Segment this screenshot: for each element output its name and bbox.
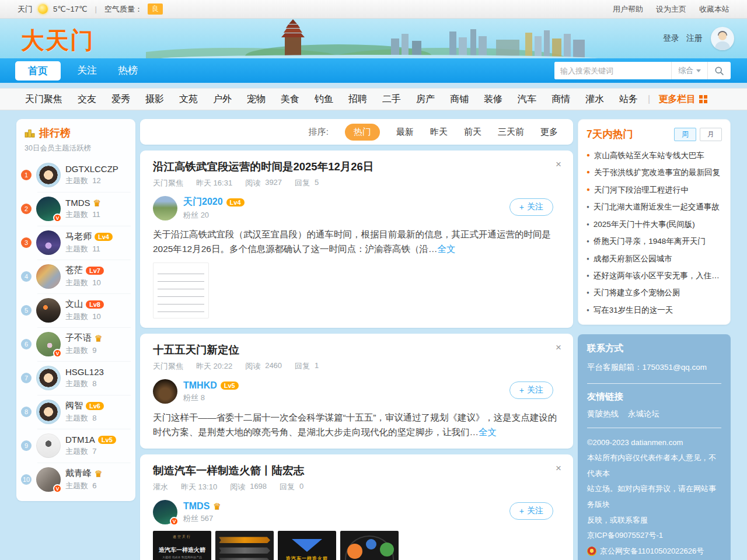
post-thumbnail-slide-2[interactable] xyxy=(215,531,274,560)
sort-more[interactable]: 更多 xyxy=(540,127,558,138)
follow-button[interactable]: +关注 xyxy=(509,502,553,520)
cat-secondhand[interactable]: 二手 xyxy=(375,93,409,106)
sort-yesterday[interactable]: 昨天 xyxy=(430,127,448,138)
cat-site-affairs[interactable]: 站务 xyxy=(612,93,645,106)
rank-row-1[interactable]: 1 DGTXLCCZP 主题数 12 xyxy=(16,158,135,192)
author-avatar[interactable] xyxy=(153,379,177,404)
cat-realestate[interactable]: 房产 xyxy=(409,93,442,106)
sort-newest[interactable]: 最新 xyxy=(396,127,414,138)
cat-jobs[interactable]: 招聘 xyxy=(341,93,375,106)
avatar[interactable] xyxy=(36,433,61,458)
avatar[interactable]: V xyxy=(36,467,61,492)
friend-link-2[interactable]: 永城论坛 xyxy=(628,409,659,419)
rank-row-7[interactable]: 7 HSGL123 主题数 8 xyxy=(16,361,135,395)
search-scope-select[interactable]: 综合 xyxy=(671,62,707,79)
member-name[interactable]: 苍茫 xyxy=(65,265,83,276)
close-icon[interactable]: × xyxy=(556,342,561,354)
avatar[interactable]: V xyxy=(36,332,61,356)
avatar[interactable] xyxy=(36,400,61,424)
member-name[interactable]: 戴青峰 xyxy=(65,468,92,479)
hot-topic-link[interactable]: 关于张洪线扩宽改造事宜的最新回复 xyxy=(587,164,722,181)
tab-hotlist[interactable]: 热榜 xyxy=(107,58,148,83)
tab-following[interactable]: 关注 xyxy=(67,58,107,83)
rank-row-6[interactable]: 6 V 子不语♛ 主题数 9 xyxy=(16,327,135,361)
tab-home[interactable]: 首页 xyxy=(15,61,61,80)
cat-photography[interactable]: 摄影 xyxy=(138,93,172,106)
hot-topic-link[interactable]: 天门河下段治理工程进行中 xyxy=(587,181,722,198)
sort-daybefore[interactable]: 前天 xyxy=(464,127,481,138)
cat-business[interactable]: 商情 xyxy=(544,93,578,106)
author-name[interactable]: TMHKD xyxy=(183,380,217,391)
member-name[interactable]: HSGL123 xyxy=(65,367,104,377)
avatar[interactable] xyxy=(36,264,61,289)
sort-threedays[interactable]: 三天前 xyxy=(498,127,524,138)
police-license-link[interactable]: 京公网安备11010502022626号 xyxy=(600,544,704,559)
avatar[interactable] xyxy=(36,298,61,323)
cat-chat[interactable]: 灌水 xyxy=(578,93,612,106)
hot-topic-link[interactable]: 天门将建立多个宠物公厕 xyxy=(587,284,722,301)
post-thumbnail-slide-3[interactable]: 造汽车一样造火箭 xyxy=(278,531,336,560)
member-name[interactable]: 马老师 xyxy=(65,231,92,242)
author-name[interactable]: 天门2020 xyxy=(183,196,223,208)
rank-row-5[interactable]: 5 文山Lv8 主题数 10 xyxy=(16,293,135,327)
member-name[interactable]: 子不语 xyxy=(65,332,92,344)
site-logo[interactable]: 大天门 xyxy=(21,24,95,57)
register-link[interactable]: 注册 xyxy=(686,33,703,44)
avatar[interactable]: V xyxy=(36,197,61,221)
member-name[interactable]: DTM1A xyxy=(65,435,95,444)
cat-tianmen-focus[interactable]: 天门聚焦 xyxy=(18,93,70,106)
author-avatar[interactable] xyxy=(153,196,177,220)
rank-row-10[interactable]: 10 V 戴青峰♛ 主题数 6 xyxy=(16,463,135,496)
set-homepage-link[interactable]: 设为主页 xyxy=(656,4,686,15)
close-icon[interactable]: × xyxy=(556,463,561,474)
hot-topic-link[interactable]: 京山高铁站至火车站专线大巴车 xyxy=(587,147,722,164)
bookmark-site-link[interactable]: 收藏本站 xyxy=(699,4,729,15)
follow-button[interactable]: +关注 xyxy=(509,382,553,399)
tab-month[interactable]: 月 xyxy=(700,128,722,141)
icp-license-link[interactable]: 京ICP备09075527号-1 xyxy=(587,528,721,544)
post-title[interactable]: 制造汽车一样制造火箭丨陆宏志 xyxy=(153,463,560,478)
follow-button[interactable]: +关注 xyxy=(509,198,553,216)
cat-fishing[interactable]: 钓鱼 xyxy=(307,93,341,106)
post-board[interactable]: 天门聚焦 xyxy=(153,361,183,372)
avatar[interactable] xyxy=(36,230,61,255)
cat-shops[interactable]: 商铺 xyxy=(442,93,476,106)
search-button[interactable] xyxy=(707,62,731,79)
post-thumbnail-document[interactable] xyxy=(153,262,209,318)
member-name[interactable]: DGTXLCCZP xyxy=(65,164,118,174)
cat-show[interactable]: 爱秀 xyxy=(104,93,138,106)
cat-cars[interactable]: 汽车 xyxy=(510,93,544,106)
search-input[interactable] xyxy=(554,62,671,79)
member-name[interactable]: 文山 xyxy=(65,299,83,310)
cat-pets[interactable]: 宠物 xyxy=(239,93,273,106)
avatar[interactable] xyxy=(36,366,61,390)
hot-topic-link[interactable]: 写在31岁生日的这一天 xyxy=(587,302,722,318)
hot-topic-link[interactable]: 天门北湖大道附近发生一起交通事故 xyxy=(587,198,722,215)
rank-row-9[interactable]: 9 DTM1ALv5 主题数 7 xyxy=(16,429,135,463)
rank-row-8[interactable]: 8 阀智Lv6 主题数 8 xyxy=(16,395,135,429)
post-thumbnail-slide-1[interactable]: 速空天行 造汽车一样造火箭 大规模 低成本 制造商科技产品 xyxy=(153,531,211,560)
cat-friends[interactable]: 交友 xyxy=(70,93,104,106)
post-title[interactable]: 十五五天门新定位 xyxy=(153,342,560,357)
cat-decoration[interactable]: 装修 xyxy=(476,93,510,106)
hot-topic-link[interactable]: 还好这两年该小区平安无事，入住两… xyxy=(587,267,722,284)
cat-outdoor[interactable]: 户外 xyxy=(205,93,239,106)
author-avatar[interactable]: V xyxy=(153,500,177,524)
hot-topic-link[interactable]: 成都天府新区公园城市 xyxy=(587,250,722,267)
member-name[interactable]: 阀智 xyxy=(65,400,83,411)
friend-link-1[interactable]: 黄陂热线 xyxy=(587,409,619,419)
rank-row-4[interactable]: 4 苍茫Lv7 主题数 10 xyxy=(16,260,135,293)
cat-food[interactable]: 美食 xyxy=(273,93,307,106)
read-more-link[interactable]: 全文 xyxy=(437,244,455,254)
read-more-link[interactable]: 全文 xyxy=(479,427,497,437)
post-board[interactable]: 灌水 xyxy=(153,482,168,492)
login-link[interactable]: 登录 xyxy=(663,33,679,44)
avatar[interactable] xyxy=(36,163,61,187)
more-columns-button[interactable]: 更多栏目 xyxy=(658,93,707,106)
post-board[interactable]: 天门聚焦 xyxy=(153,178,183,188)
post-title[interactable]: 沿江高铁武宜段运营的时间是2025年12月26日 xyxy=(153,159,560,174)
rank-row-2[interactable]: 2 V TMDS♛ 主题数 11 xyxy=(16,192,135,226)
post-thumbnail-slide-4[interactable] xyxy=(340,531,399,560)
user-help-link[interactable]: 用户帮助 xyxy=(613,4,643,15)
close-icon[interactable]: × xyxy=(556,159,561,170)
